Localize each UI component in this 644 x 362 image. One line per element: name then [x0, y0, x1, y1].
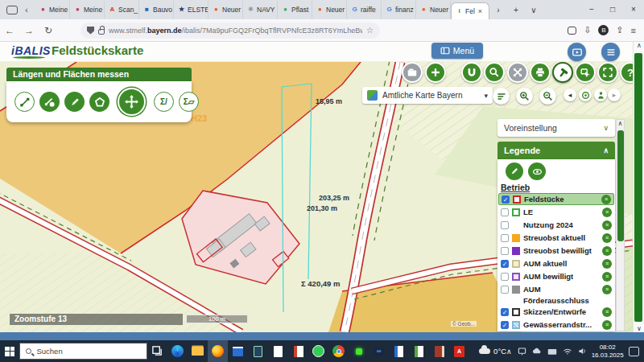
legend-visibility-button[interactable]	[528, 162, 546, 180]
scroll-up-icon[interactable]: ∧	[617, 120, 624, 127]
browser-tab[interactable]: Gfinanz	[382, 1, 416, 19]
impress-button[interactable]	[288, 340, 308, 362]
addressbook-button[interactable]	[429, 340, 449, 362]
print-button[interactable]	[530, 62, 551, 83]
default-extent-button[interactable]	[579, 88, 592, 101]
tab-scroll-right-icon[interactable]: ›	[489, 2, 507, 17]
browser-tab[interactable]: ✳NAVY	[243, 1, 278, 19]
tracking-shield-icon[interactable]	[87, 27, 94, 35]
layer-menu-icon[interactable]: ≡	[602, 259, 612, 269]
layer-menu-icon[interactable]: ≡	[602, 285, 612, 294]
add-button[interactable]	[425, 62, 446, 83]
document-button[interactable]	[268, 340, 288, 362]
window-minimize-button[interactable]: −	[581, 0, 602, 19]
checkbox-checked-icon[interactable]: ✓	[501, 321, 509, 329]
browser-tab[interactable]: ●Pflast	[278, 1, 312, 19]
browser-tab[interactable]: ●Neuer	[208, 1, 243, 19]
calculator-button[interactable]	[248, 340, 268, 362]
sum-length-button[interactable]: Σ/	[154, 92, 174, 112]
browser-tab[interactable]: AScan_	[105, 1, 139, 19]
preset-panel-header[interactable]: Voreinstellung ∨	[497, 119, 615, 137]
wifi-icon[interactable]	[563, 348, 572, 356]
download-icon[interactable]: ⇩	[584, 25, 591, 35]
browser-tab[interactable]: ■Bauvo	[139, 1, 174, 19]
extension-icon[interactable]	[568, 27, 576, 35]
measure-tool-button[interactable]	[552, 62, 573, 83]
pdf-button[interactable]: A	[449, 340, 469, 362]
tab-close-icon[interactable]: ×	[478, 7, 482, 15]
legend-row-feldstuecke[interactable]: ✓ Feldstücke ≡	[498, 193, 614, 205]
layer-menu-icon[interactable]: ≡	[602, 233, 612, 243]
taskbar-search-input[interactable]: Suchen	[19, 343, 147, 360]
bookmark-star-icon[interactable]: ☆	[366, 26, 374, 35]
scroll-up-icon[interactable]: ∧	[634, 42, 644, 49]
legend-edit-button[interactable]	[506, 162, 523, 180]
screen-record-button[interactable]	[349, 340, 369, 362]
task-view-button[interactable]	[147, 340, 167, 362]
volume-icon[interactable]	[578, 347, 587, 356]
checkbox-icon[interactable]	[501, 247, 509, 255]
store-button[interactable]	[228, 340, 248, 362]
layer-menu-icon[interactable]: ≡	[602, 320, 612, 330]
layer-menu-icon[interactable]: ≡	[601, 195, 611, 204]
checkbox-icon[interactable]	[501, 221, 509, 229]
page-scrollbar-thumb[interactable]	[634, 53, 642, 322]
zoom-area-button[interactable]	[484, 62, 505, 83]
browser-tab[interactable]: ★ELSTE	[174, 1, 208, 19]
notification-center-icon[interactable]	[629, 347, 639, 356]
layer-menu-icon[interactable]: ≡	[602, 220, 612, 230]
teams-icon[interactable]	[518, 347, 526, 356]
layer-menu-icon[interactable]: ≡	[602, 208, 612, 217]
move-vertex-button[interactable]	[119, 89, 144, 114]
app-menu-icon[interactable]: ≡	[631, 26, 636, 35]
lock-icon[interactable]	[98, 29, 105, 35]
taskbar-weather[interactable]: 0°C	[479, 347, 506, 356]
window-close-button[interactable]: ×	[623, 0, 644, 19]
move-map-button[interactable]	[507, 62, 528, 83]
firefox-button[interactable]	[208, 340, 228, 362]
new-tab-button[interactable]: +	[507, 2, 525, 17]
checkbox-checked-icon[interactable]: ✓	[501, 308, 509, 316]
legend-row-streuobst-aktuell[interactable]: Streuobst aktuell ≡	[498, 232, 614, 244]
basemap-select[interactable]: Amtliche Karte Bayern ▾	[362, 87, 493, 104]
snap-button[interactable]	[461, 62, 482, 83]
onedrive-icon[interactable]	[532, 348, 542, 356]
start-button[interactable]	[0, 347, 19, 356]
browser-tab[interactable]: ●Meine	[70, 1, 105, 19]
checkbox-checked-icon[interactable]: ✓	[501, 260, 509, 268]
browser-tab-active[interactable]: iFel×	[451, 2, 489, 19]
chrome-button[interactable]	[328, 340, 349, 362]
legend-row-nutzung[interactable]: Nutzung 2024 ≡	[498, 219, 614, 231]
feature-info-button[interactable]	[575, 62, 596, 83]
legend-row-streuobst-bewilligt[interactable]: Streuobst bewilligt ≡	[498, 245, 614, 257]
window-maximize-button[interactable]: □	[602, 0, 623, 19]
news-list-button[interactable]	[601, 43, 620, 61]
legend-row-skizzen[interactable]: ✓ Skizzen/Entwürfe ≡	[498, 306, 614, 318]
save-button[interactable]	[402, 62, 423, 83]
creative-cloud-button[interactable]: ∞	[369, 340, 389, 362]
language-icon[interactable]	[547, 348, 557, 356]
browser-tab[interactable]: ●Neuer	[312, 1, 347, 19]
checkbox-icon[interactable]	[501, 273, 509, 281]
firefox-view-icon[interactable]	[6, 6, 18, 14]
sidebar-scrollbar-thumb[interactable]	[617, 130, 624, 241]
history-forward-button[interactable]: ▸	[608, 88, 621, 101]
sum-area-button[interactable]: Σ▱	[179, 92, 199, 112]
video-help-button[interactable]	[568, 43, 586, 61]
whatsapp-button[interactable]	[308, 340, 328, 362]
layer-order-button[interactable]	[493, 88, 510, 105]
measure-polygon-button[interactable]	[89, 92, 109, 112]
calc-button[interactable]	[409, 340, 429, 362]
legend-row-aum-bewilligt[interactable]: AUM bewilligt ≡	[498, 270, 614, 282]
layer-menu-icon[interactable]: ≡	[602, 246, 612, 256]
zoom-in-button[interactable]	[516, 88, 533, 105]
measure-line-button[interactable]	[14, 92, 35, 112]
zoom-out-button[interactable]	[539, 88, 556, 105]
tab-list-icon[interactable]: ∨	[525, 2, 543, 17]
layer-menu-icon[interactable]: ≡	[602, 307, 612, 317]
account-icon[interactable]: B	[598, 25, 609, 35]
legend-row-aum[interactable]: AUM ≡	[498, 283, 614, 295]
menu-button[interactable]: Menü	[431, 43, 483, 59]
checkbox-icon[interactable]	[501, 234, 509, 242]
browser-tab[interactable]: ●Neuer	[416, 1, 451, 19]
